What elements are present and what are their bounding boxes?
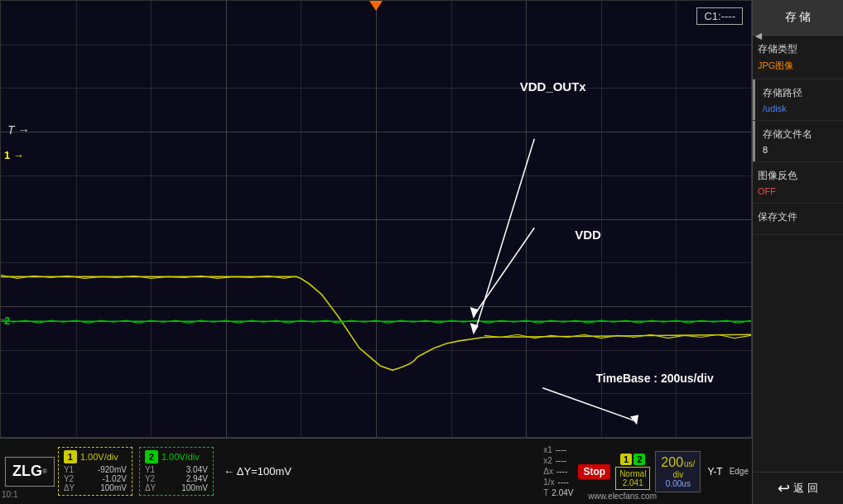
storage-type-item[interactable]: 存储类型 JPG图像	[753, 36, 843, 79]
ch1-y1-val: -920mV	[98, 465, 127, 474]
ch1-y2-label: Y2	[64, 474, 74, 483]
t-meas-val: 2.04V	[552, 488, 573, 497]
time-section: 200 us/ div 0.00us	[655, 451, 701, 492]
storage-path-title: 存储路径	[763, 86, 838, 100]
x1-val: ----	[556, 445, 566, 454]
storage-filename-title: 存储文件名	[763, 127, 838, 142]
dx-val: ----	[556, 467, 567, 476]
back-button[interactable]: ↩ 返 回	[753, 472, 843, 504]
x2-label: x2	[543, 456, 552, 465]
save-file-label: 保存文件	[758, 210, 838, 224]
ch2-indicator: 2	[633, 454, 645, 465]
save-file-item[interactable]: 保存文件	[753, 204, 843, 235]
image-invert-title: 图像反色	[758, 169, 838, 183]
oscilloscope-screen: T → 1 → 2 → C1:----	[0, 0, 752, 438]
meas-column-1: x1 ---- x2 ---- Δx ---- 1/x ---- T 2.0	[543, 445, 573, 497]
ch1-y1-label: Y1	[64, 465, 74, 474]
ch1-scale: 1.00V/div	[80, 452, 118, 462]
vdd-label: VDD	[575, 228, 601, 242]
right-panel: 存 储 ◄ 存储类型 JPG图像 存储路径 /udisk 存储文件名 8 图像反…	[752, 0, 843, 504]
ch2-y2-val: 2.94V	[186, 474, 208, 483]
image-invert-item[interactable]: 图像反色 OFF	[753, 162, 843, 204]
save-top-button[interactable]: 存 储	[753, 0, 843, 36]
ch2-dy-label: ΔY	[145, 483, 156, 492]
back-label: 返 回	[793, 481, 818, 496]
ratio-label: 10:1	[2, 490, 17, 499]
ch2-measurement-box: 2 1.00V/div Y1 3.04V Y2 2.94V ΔY 100mV	[139, 447, 214, 496]
normal-display: Normal 2.041	[615, 467, 650, 490]
ch2-y1-label: Y1	[145, 465, 155, 474]
t-meas-label: T	[543, 488, 548, 497]
channel-normal-display: 1 2 Normal 2.041	[615, 454, 650, 490]
ch1-indicator: 1	[620, 454, 632, 465]
timebase-label: TimeBase : 200us/div	[596, 372, 714, 385]
panel-spacer	[753, 235, 843, 472]
onex-val: ----	[558, 478, 569, 487]
delta-y-display: ← ΔY=100mV	[224, 465, 291, 478]
ch1-badge: 1	[64, 450, 77, 463]
onex-label: 1/x	[543, 478, 554, 487]
ch1-measurement-box: 1 1.00V/div Y1 -920mV Y2 -1.02V ΔY 100mV	[58, 447, 132, 496]
edge-label: Edge	[730, 467, 749, 476]
ch1-dy-label: ΔY	[64, 483, 75, 492]
zlg-logo: ZLG ®	[5, 457, 55, 487]
ch2-y2-label: Y2	[145, 474, 155, 483]
storage-path-item[interactable]: 存储路径 /udisk	[753, 79, 843, 121]
ch2-dy-val: 100mV	[181, 483, 208, 492]
yt-label: Y-T	[706, 464, 724, 479]
oscilloscope-main: T → 1 → 2 → C1:----	[0, 0, 752, 504]
stop-badge: Stop	[578, 464, 610, 479]
storage-type-value: JPG图像	[758, 60, 838, 72]
back-icon: ↩	[778, 479, 790, 497]
time-display: 200 us/ div 0.00us	[655, 451, 701, 492]
dx-label: Δx	[543, 467, 553, 476]
ch2-y1-val: 3.04V	[186, 465, 208, 474]
x2-val: ----	[556, 456, 566, 465]
vdd-outx-label: VDD_OUTx	[520, 79, 586, 94]
x1-label: x1	[543, 445, 552, 454]
ch2-badge: 2	[145, 450, 158, 463]
website-watermark: www.elecfans.com	[588, 492, 657, 501]
ch2-scale: 1.00V/div	[161, 452, 200, 462]
storage-type-title: 存储类型	[758, 42, 838, 56]
ch1-y2-val: -1.02V	[102, 474, 126, 483]
ch1-dy-val: 100mV	[100, 483, 127, 492]
status-bar: ZLG ® 1 1.00V/div Y1 -920mV Y2 -1.02V ΔY…	[0, 438, 752, 504]
storage-path-value: /udisk	[763, 103, 838, 113]
image-invert-value: OFF	[758, 186, 838, 196]
measurement-section: x1 ---- x2 ---- Δx ---- 1/x ---- T 2.0	[543, 445, 749, 497]
storage-filename-value: 8	[763, 145, 838, 155]
storage-filename-item[interactable]: 存储文件名 8	[753, 121, 843, 162]
